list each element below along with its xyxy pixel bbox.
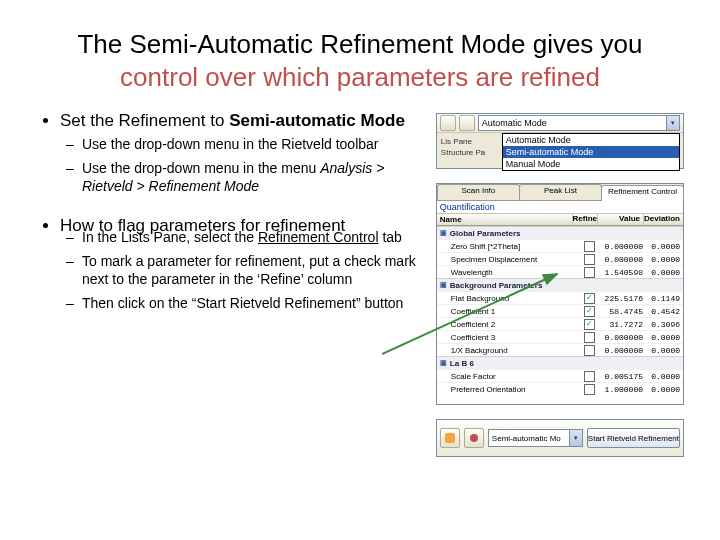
param-value: 0.000000 [601, 346, 646, 355]
param-deviation: 0.0000 [646, 372, 683, 381]
column-headers: Name Refine Value Deviation [437, 214, 683, 226]
refine-cell: ✓ [577, 293, 601, 304]
tab-refinement-control[interactable]: Refinement Control [601, 185, 684, 201]
combo-value: Automatic Mode [482, 118, 547, 128]
toolbar-button-icon[interactable] [459, 115, 475, 131]
title-line2: control over which parameters are refine… [120, 62, 600, 92]
refine-cell [577, 371, 601, 382]
refine-checkbox[interactable] [584, 254, 595, 265]
toolbar-record-icon[interactable] [464, 428, 484, 448]
mode-option-automatic[interactable]: Automatic Mode [503, 134, 679, 146]
slide-title: The Semi-Automatic Refinement Mode gives… [36, 28, 684, 93]
mode-option-semiautomatic[interactable]: Semi-automatic Mode [503, 146, 679, 158]
param-deviation: 0.0000 [646, 242, 683, 251]
param-deviation: 0.1149 [646, 294, 683, 303]
start-rietveld-button[interactable]: Start Rietveld Refinement [587, 428, 680, 448]
refine-checkbox[interactable] [584, 267, 595, 278]
mode-dropdown-list[interactable]: Automatic Mode Semi-automatic Mode Manua… [502, 133, 680, 171]
col-refine: Refine [573, 214, 598, 225]
param-name: 1/X Background [437, 346, 577, 355]
slide-body: Set the Refinement to Semi-automatic Mod… [36, 111, 684, 457]
mode-option-manual[interactable]: Manual Mode [503, 158, 679, 170]
tab-scan-info[interactable]: Scan Info [437, 184, 520, 200]
parameter-list: Global ParametersZero Shift [*2Theta]0.0… [437, 226, 683, 404]
col-value: Value [598, 214, 644, 225]
text-column: Set the Refinement to Semi-automatic Mod… [36, 111, 426, 332]
param-deviation: 0.3096 [646, 320, 683, 329]
refinement-mode-combo[interactable]: Automatic Mode [478, 115, 680, 131]
param-deviation: 0.0000 [646, 268, 683, 277]
param-value: 58.4745 [601, 307, 646, 316]
param-value: 0.000000 [601, 255, 646, 264]
param-row: Coefficient 2✓31.72720.3096 [437, 317, 683, 330]
param-name: Scale Factor [437, 372, 577, 381]
refine-cell [577, 254, 601, 265]
refine-cell [577, 332, 601, 343]
screenshot-refinement-control: Scan Info Peak List Refinement Control Q… [436, 183, 684, 405]
refine-checkbox[interactable]: ✓ [584, 293, 595, 304]
param-value: 0.000000 [601, 242, 646, 251]
param-group[interactable]: Global Parameters [437, 226, 683, 239]
param-name: Zero Shift [*2Theta] [437, 242, 577, 251]
param-value: 31.7272 [601, 320, 646, 329]
param-deviation: 0.0000 [646, 333, 683, 342]
screenshot-mode-dropdown: Automatic Mode Lis Pane Structure Pa Aut… [436, 113, 684, 169]
lists-pane-tabs: Scan Info Peak List Refinement Control [437, 184, 683, 201]
tab-peak-list[interactable]: Peak List [519, 184, 602, 200]
param-name: Specimen Displacement [437, 255, 577, 264]
screenshot-start-toolbar: Semi-automatic Mo Start Rietveld Refinem… [436, 419, 684, 457]
param-deviation: 0.0000 [646, 346, 683, 355]
param-name: Preferred Orientation [437, 385, 577, 394]
toolbar-button-icon[interactable] [440, 115, 456, 131]
refine-checkbox[interactable] [584, 384, 595, 395]
param-group[interactable]: Background Parameters [437, 278, 683, 291]
param-deviation: 0.4542 [646, 307, 683, 316]
param-row: Specimen Displacement0.0000000.0000 [437, 252, 683, 265]
pane-labels: Lis Pane Structure Pa [441, 136, 499, 158]
bullet-1-sub-2: Use the drop-down menu in the menu Analy… [82, 159, 426, 195]
refine-cell: ✓ [577, 306, 601, 317]
col-deviation: Deviation [644, 214, 683, 225]
refine-checkbox[interactable]: ✓ [584, 306, 595, 317]
refine-checkbox[interactable] [584, 332, 595, 343]
param-row: Wavelength1.5405980.0000 [437, 265, 683, 278]
param-row: Coefficient 1✓58.47450.4542 [437, 304, 683, 317]
param-value: 0.005175 [601, 372, 646, 381]
param-name: Wavelength [437, 268, 577, 277]
title-line1: The Semi-Automatic Refinement Mode gives… [77, 29, 642, 59]
toolbar-structure-icon[interactable] [440, 428, 460, 448]
bullet-2-sub-2: To mark a parameter for refinement, put … [82, 252, 426, 288]
mode-combo[interactable]: Semi-automatic Mo [488, 429, 583, 447]
param-row: 1/X Background0.0000000.0000 [437, 343, 683, 356]
refine-checkbox[interactable] [584, 345, 595, 356]
chevron-down-icon[interactable] [666, 116, 679, 130]
chevron-down-icon[interactable] [569, 430, 582, 446]
param-group[interactable]: La B 6 [437, 356, 683, 369]
param-row: Flat Background✓225.51760.1149 [437, 291, 683, 304]
bullet-2-sub-1: In the Lists Pane, select the Refinement… [82, 228, 426, 246]
refine-cell: ✓ [577, 319, 601, 330]
param-row: Preferred Orientation1.0000000.0000 [437, 382, 683, 395]
param-name: Coefficient 2 [437, 320, 577, 329]
param-row: Coefficient 30.0000000.0000 [437, 330, 683, 343]
param-value: 1.000000 [601, 385, 646, 394]
bullet-1-sub-1: Use the drop-down menu in the Rietveld t… [82, 135, 426, 153]
param-name: Flat Background [437, 294, 577, 303]
refine-cell [577, 241, 601, 252]
param-deviation: 0.0000 [646, 255, 683, 264]
param-name: Coefficient 1 [437, 307, 577, 316]
param-value: 1.540598 [601, 268, 646, 277]
quantification-label: Quantification [437, 201, 683, 214]
param-deviation: 0.0000 [646, 385, 683, 394]
bullet-2-sub-3: Then click on the “Start Rietveld Refine… [82, 294, 426, 312]
refine-cell [577, 384, 601, 395]
screenshot-column: Automatic Mode Lis Pane Structure Pa Aut… [436, 111, 684, 457]
param-value: 0.000000 [601, 333, 646, 342]
refine-checkbox[interactable] [584, 241, 595, 252]
refine-checkbox[interactable]: ✓ [584, 319, 595, 330]
refine-cell [577, 345, 601, 356]
bullet-1: Set the Refinement to Semi-automatic Mod… [60, 111, 426, 196]
refine-checkbox[interactable] [584, 371, 595, 382]
param-row: Scale Factor0.0051750.0000 [437, 369, 683, 382]
refine-cell [577, 267, 601, 278]
